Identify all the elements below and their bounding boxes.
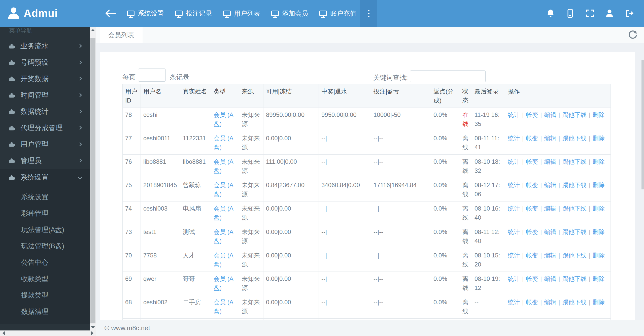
action-account-change-link[interactable]: 帐变 bbox=[526, 275, 538, 282]
action-kick-offline-link[interactable]: 踢他下线 bbox=[562, 299, 587, 306]
action-stats-link[interactable]: 统计 bbox=[508, 275, 520, 282]
sidebar-vertical-scrollbar[interactable] bbox=[90, 27, 96, 330]
sidebar-menu-item[interactable]: 代理分成管理 bbox=[0, 120, 90, 136]
action-kick-offline-link[interactable]: 踢他下线 bbox=[562, 228, 587, 235]
action-delete-link[interactable]: 删除 bbox=[593, 252, 605, 259]
sidebar-submenu-item[interactable]: 收款类型 bbox=[0, 271, 90, 287]
action-edit-link[interactable]: 编辑 bbox=[544, 228, 556, 235]
action-account-change-link[interactable]: 帐变 bbox=[526, 228, 538, 235]
action-account-change-link[interactable]: 帐变 bbox=[526, 158, 538, 165]
sidebar-submenu-item[interactable]: 数据清理 bbox=[0, 303, 90, 320]
refresh-icon[interactable] bbox=[627, 30, 638, 40]
member-type-link[interactable]: 会员 (A盘) bbox=[214, 158, 233, 174]
sidebar-submenu-item[interactable]: 公告中心 bbox=[0, 254, 90, 271]
action-stats-link[interactable]: 统计 bbox=[508, 135, 520, 142]
more-menu-button[interactable] bbox=[360, 0, 377, 27]
member-type-link[interactable]: 会员 (A盘) bbox=[214, 228, 233, 244]
action-edit-link[interactable]: 编辑 bbox=[544, 182, 556, 188]
action-kick-offline-link[interactable]: 踢他下线 bbox=[562, 135, 587, 142]
sidebar-submenu-item[interactable]: 提款类型 bbox=[0, 287, 90, 303]
puzzle-icon bbox=[9, 43, 15, 49]
action-edit-link[interactable]: 编辑 bbox=[544, 252, 556, 259]
sidebar-menu-item[interactable]: 时间管理 bbox=[0, 87, 90, 103]
action-account-change-link[interactable]: 帐变 bbox=[526, 299, 538, 306]
action-stats-link[interactable]: 统计 bbox=[508, 158, 520, 165]
sidebar-submenu-item[interactable]: 玩法管理(A盘) bbox=[0, 221, 90, 238]
member-type-link[interactable]: 会员 (A盘) bbox=[214, 182, 233, 197]
action-delete-link[interactable]: 删除 bbox=[593, 205, 605, 212]
action-stats-link[interactable]: 统计 bbox=[508, 205, 520, 212]
action-account-change-link[interactable]: 帐变 bbox=[526, 135, 538, 142]
mobile-icon[interactable] bbox=[560, 0, 580, 27]
action-kick-offline-link[interactable]: 踢他下线 bbox=[562, 158, 587, 165]
sidebar-menu-item[interactable]: 业务流水 bbox=[0, 38, 90, 54]
scroll-left-button[interactable] bbox=[3, 331, 5, 335]
back-arrow-icon[interactable] bbox=[101, 0, 120, 27]
scroll-down-button[interactable] bbox=[90, 324, 96, 330]
action-delete-link[interactable]: 删除 bbox=[593, 228, 605, 235]
member-type-link[interactable]: 会员 (A盘) bbox=[214, 275, 233, 291]
action-kick-offline-link[interactable]: 踢他下线 bbox=[562, 275, 587, 282]
sidebar-menu-item-active[interactable]: 系统设置 bbox=[0, 169, 90, 186]
action-edit-link[interactable]: 编辑 bbox=[544, 111, 556, 118]
sidebar-menu-item[interactable]: 用户管理 bbox=[0, 136, 90, 152]
tab-member-list[interactable]: 会员列表 bbox=[100, 27, 143, 43]
action-kick-offline-link[interactable]: 踢他下线 bbox=[562, 252, 587, 259]
action-account-change-link[interactable]: 帐变 bbox=[526, 205, 538, 212]
action-stats-link[interactable]: 统计 bbox=[508, 228, 520, 235]
action-delete-link[interactable]: 删除 bbox=[593, 158, 605, 165]
nav-menu-item[interactable]: 用户列表 bbox=[218, 0, 266, 27]
sidebar-menu-item[interactable]: 管理员 bbox=[0, 152, 90, 169]
action-edit-link[interactable]: 编辑 bbox=[544, 205, 556, 212]
sidebar-menu-item[interactable]: 号码预设 bbox=[0, 54, 90, 71]
action-stats-link[interactable]: 统计 bbox=[508, 182, 520, 188]
action-edit-link[interactable]: 编辑 bbox=[544, 275, 556, 282]
action-kick-offline-link[interactable]: 踢他下线 bbox=[562, 205, 587, 212]
nav-menu-item[interactable]: 账户充值 bbox=[314, 0, 362, 27]
action-edit-link[interactable]: 编辑 bbox=[544, 135, 556, 142]
sidebar-submenu-item[interactable]: 玩法管理(B盘) bbox=[0, 238, 90, 254]
action-delete-link[interactable]: 删除 bbox=[593, 299, 605, 306]
action-delete-link[interactable]: 删除 bbox=[593, 135, 605, 142]
per-page-input[interactable] bbox=[138, 69, 166, 82]
keyword-search-input[interactable] bbox=[410, 70, 486, 82]
user-icon[interactable] bbox=[600, 0, 619, 27]
nav-menu-item[interactable]: 添加会员 bbox=[266, 0, 314, 27]
action-kick-offline-link[interactable]: 踢他下线 bbox=[562, 182, 587, 188]
sidebar-submenu-item[interactable]: 系统设置 bbox=[0, 189, 90, 205]
scroll-up-button[interactable] bbox=[90, 27, 96, 33]
fullscreen-icon[interactable] bbox=[580, 0, 600, 27]
action-account-change-link[interactable]: 帐变 bbox=[526, 182, 538, 188]
nav-menu-item[interactable]: 系统设置 bbox=[121, 0, 170, 27]
action-edit-link[interactable]: 编辑 bbox=[544, 158, 556, 165]
action-delete-link[interactable]: 删除 bbox=[593, 182, 605, 188]
action-edit-link[interactable]: 编辑 bbox=[544, 299, 556, 306]
member-type-link[interactable]: 会员 (A盘) bbox=[214, 135, 233, 151]
cell-username: ceshi003 bbox=[141, 201, 180, 225]
sidebar-menu-item[interactable]: 数据统计 bbox=[0, 103, 90, 120]
action-stats-link[interactable]: 统计 bbox=[508, 252, 520, 259]
action-stats-link[interactable]: 统计 bbox=[508, 111, 520, 118]
logout-icon[interactable] bbox=[619, 0, 639, 27]
sidebar-menu-item[interactable]: 开奖数据 bbox=[0, 71, 90, 87]
bell-icon[interactable] bbox=[541, 0, 560, 27]
cell-rebate: 0.0% bbox=[431, 225, 460, 248]
action-stats-link[interactable]: 统计 bbox=[508, 299, 520, 306]
vertical-scrollbar-thumb[interactable] bbox=[90, 38, 95, 323]
main-vertical-scrollbar-thumb[interactable] bbox=[641, 60, 644, 189]
brand[interactable]: Admui bbox=[7, 0, 58, 27]
sidebar-horizontal-scrollbar[interactable] bbox=[0, 330, 96, 336]
member-type-link[interactable]: 会员 (A盘) bbox=[214, 252, 233, 268]
member-type-link[interactable]: 会员 (A盘) bbox=[214, 111, 233, 127]
action-account-change-link[interactable]: 帐变 bbox=[526, 111, 538, 118]
action-kick-offline-link[interactable]: 踢他下线 bbox=[562, 111, 587, 118]
scroll-right-button[interactable] bbox=[91, 331, 93, 335]
sidebar-submenu-item[interactable]: 彩种管理 bbox=[0, 205, 90, 221]
nav-menu-item[interactable]: 投注记录 bbox=[170, 0, 218, 27]
action-account-change-link[interactable]: 帐变 bbox=[526, 252, 538, 259]
member-type-link[interactable]: 会员 (A盘) bbox=[214, 205, 233, 221]
member-type-link[interactable]: 会员 (A盘) bbox=[214, 299, 233, 315]
cell-realname: 曾跃琼 bbox=[180, 178, 211, 201]
action-delete-link[interactable]: 删除 bbox=[593, 275, 605, 282]
action-delete-link[interactable]: 删除 bbox=[593, 111, 605, 118]
